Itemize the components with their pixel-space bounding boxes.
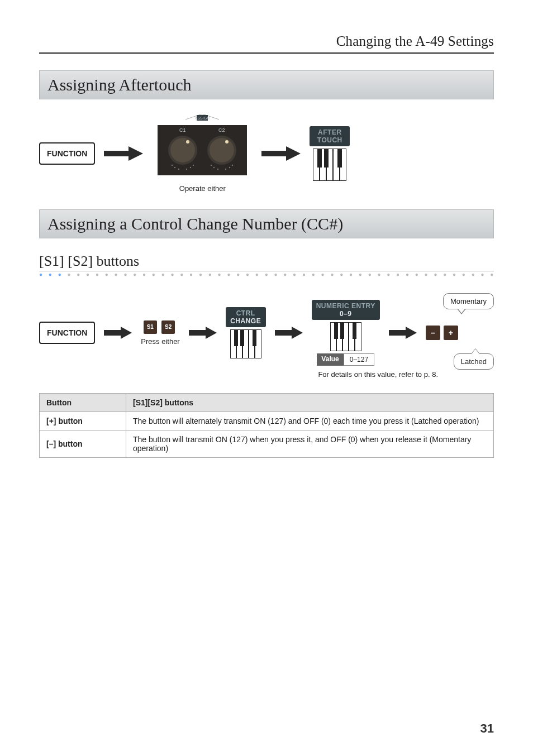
svg-point-8: [172, 165, 173, 166]
svg-rect-31: [337, 149, 342, 168]
svg-marker-0: [104, 146, 143, 161]
table-row: [–] button The button will transmit ON (…: [40, 430, 494, 458]
numeric-entry-key: NUMERIC ENTRY 0–9 Value 0–127: [312, 300, 380, 366]
minus-button[interactable]: –: [426, 326, 440, 340]
arrow-icon: [389, 326, 417, 340]
button-behavior-table: Button [S1][S2] buttons [+] button The b…: [39, 393, 494, 458]
header-rule: [39, 52, 494, 54]
value-header: Value: [317, 353, 343, 366]
svg-point-12: [190, 167, 191, 168]
section-aftertouch-heading: Assigning Aftertouch: [39, 70, 494, 99]
row-text-plus: The button will alternately transmit ON …: [126, 412, 494, 430]
piano-keys-icon: [330, 322, 361, 351]
piano-keys-icon: [230, 329, 261, 358]
value-footnote: For details on this value, refer to p. 8…: [39, 370, 494, 379]
svg-rect-30: [324, 149, 329, 168]
operate-either-caption: Operate either: [179, 184, 226, 193]
svg-text:C2: C2: [218, 127, 225, 133]
s1s2-subheading: [S1] [S2] buttons: [39, 253, 494, 271]
svg-point-7: [225, 140, 229, 143]
page-number: 31: [480, 721, 494, 736]
numeric-entry-label: NUMERIC ENTRY 0–9: [312, 300, 380, 320]
knob-panel: ASSIGN C1 C2 Operate either: [152, 114, 253, 193]
svg-point-6: [210, 138, 234, 162]
svg-marker-42: [275, 327, 303, 339]
function-button[interactable]: FUNCTION: [39, 322, 95, 344]
value-row: Value 0–127: [317, 353, 374, 366]
table-row: [+] button The button will alternately t…: [40, 412, 494, 430]
svg-rect-29: [317, 149, 322, 168]
svg-rect-50: [353, 322, 356, 339]
section-cc-heading: Assigning a Control Change Number (CC#): [39, 209, 494, 238]
s2-button[interactable]: S2: [161, 320, 175, 334]
svg-rect-39: [234, 329, 238, 346]
svg-marker-32: [104, 327, 132, 339]
knob-panel-svg: ASSIGN C1 C2: [152, 114, 253, 181]
svg-text:ASSIGN: ASSIGN: [195, 116, 210, 120]
svg-point-16: [217, 169, 218, 170]
svg-point-19: [225, 169, 226, 170]
aftertouch-key: AFTERTOUCH: [310, 126, 350, 181]
plus-button[interactable]: +: [444, 326, 458, 340]
arrow-icon: [261, 145, 301, 162]
arrow-icon: [275, 326, 303, 340]
dotted-rule: ● ● ● ● ● ● ● ● ● ● ● ● ● ● ● ● ● ● ● ● …: [39, 271, 494, 277]
arrow-icon: [189, 326, 217, 340]
svg-point-11: [193, 165, 194, 166]
svg-rect-41: [253, 329, 256, 346]
s1-s2-group: S1 S2 Press either: [141, 320, 179, 346]
svg-point-17: [232, 165, 233, 166]
momentary-callout: Momentary: [443, 293, 494, 309]
svg-text:C1: C1: [179, 127, 186, 133]
row-head-minus: [–] button: [40, 430, 126, 458]
row-text-minus: The button will transmit ON (127) when y…: [126, 430, 494, 458]
svg-point-15: [213, 167, 215, 168]
piano-keys-icon: [313, 149, 346, 181]
svg-point-4: [186, 140, 189, 143]
latched-callout: Latched: [454, 353, 494, 370]
value-range: 0–127: [344, 353, 374, 366]
svg-rect-40: [240, 329, 244, 346]
svg-point-14: [211, 165, 212, 166]
plus-minus-pair: – +: [426, 326, 458, 340]
th-button: Button: [40, 394, 126, 412]
page-header-title: Changing the A-49 Settings: [39, 34, 494, 49]
svg-point-3: [170, 138, 195, 162]
th-s1s2: [S1][S2] buttons: [126, 394, 494, 412]
aftertouch-label: AFTERTOUCH: [310, 126, 350, 146]
svg-marker-23: [261, 146, 301, 161]
svg-point-13: [186, 169, 187, 170]
svg-point-10: [178, 169, 179, 170]
svg-rect-48: [334, 322, 338, 339]
svg-rect-49: [340, 322, 344, 339]
arrow-icon: [104, 145, 143, 162]
s1-button[interactable]: S1: [144, 320, 157, 334]
aftertouch-diagram: FUNCTION ASSIGN: [39, 114, 494, 193]
cc-diagram: FUNCTION S1 S2 Press either CTRL CHANGE: [39, 300, 494, 366]
function-button[interactable]: FUNCTION: [39, 142, 95, 165]
ctrl-change-label: CTRL CHANGE: [226, 307, 266, 327]
ctrl-change-key: CTRL CHANGE: [226, 307, 266, 358]
svg-point-9: [174, 167, 175, 168]
row-head-plus: [+] button: [40, 412, 126, 430]
press-either-caption: Press either: [141, 337, 179, 346]
svg-marker-33: [189, 327, 217, 339]
svg-point-18: [229, 167, 230, 168]
arrow-icon: [104, 326, 132, 340]
svg-marker-51: [389, 327, 417, 339]
